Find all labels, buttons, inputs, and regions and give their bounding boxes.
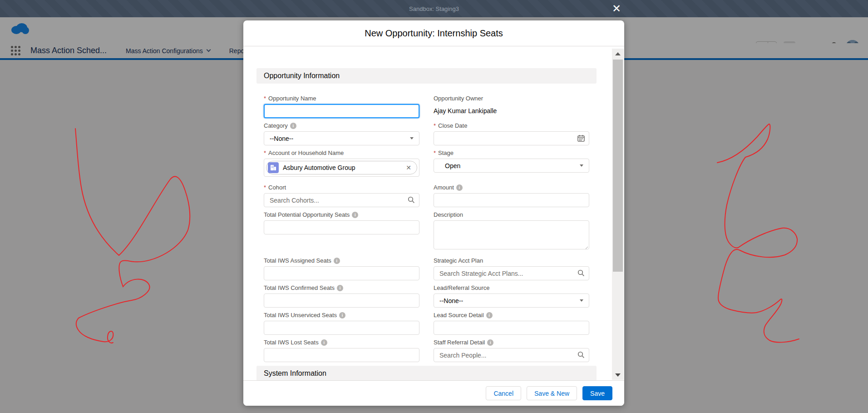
close-icon[interactable]: ✕ xyxy=(612,2,621,15)
section-opportunity-information: Opportunity Information xyxy=(256,68,597,84)
account-combobox[interactable]: Asbury Automotive Group ✕ xyxy=(264,159,419,177)
info-icon[interactable]: i xyxy=(321,339,327,346)
opportunity-name-input[interactable] xyxy=(264,104,419,118)
info-icon[interactable]: i xyxy=(487,339,493,346)
field-label: Total IWS Assigned Seats i xyxy=(264,257,419,264)
info-icon[interactable]: i xyxy=(290,123,296,129)
scroll-up-icon[interactable] xyxy=(612,49,624,59)
required-marker: * xyxy=(434,149,436,156)
select-caret-icon xyxy=(580,164,583,167)
info-icon[interactable]: i xyxy=(456,184,463,191)
scrollbar-thumb[interactable] xyxy=(613,60,623,272)
scroll-down-icon[interactable] xyxy=(612,370,624,380)
field-label: Opportunity Owner xyxy=(434,95,589,102)
field-label: Strategic Acct Plan xyxy=(434,257,589,264)
stage-select[interactable]: Open xyxy=(434,159,589,173)
field-label: * Close Date xyxy=(434,122,589,129)
search-icon xyxy=(577,269,585,279)
new-opportunity-modal: New Opportunity: Internship Seats Opport… xyxy=(243,20,624,406)
modal-header: New Opportunity: Internship Seats xyxy=(243,20,624,46)
sandbox-banner: Sandbox: Staging3 xyxy=(0,0,868,17)
cancel-button[interactable]: Cancel xyxy=(486,386,521,400)
field-label: Lead Source Detail i xyxy=(434,311,589,319)
lead-source-detail-input[interactable] xyxy=(434,321,589,335)
field-label: Total IWS Unserviced Seats i xyxy=(264,311,419,319)
strategic-acct-plan-search-input[interactable] xyxy=(434,266,589,280)
modal-scrollbar[interactable] xyxy=(612,49,624,380)
remove-pill-icon[interactable]: ✕ xyxy=(406,164,411,171)
search-icon xyxy=(408,196,415,205)
field-label: Category i xyxy=(264,122,419,129)
iws-assigned-seats-input[interactable] xyxy=(264,266,419,280)
field-label: Total IWS Lost Seats i xyxy=(264,338,419,346)
select-caret-icon xyxy=(410,137,414,139)
save-button[interactable]: Save xyxy=(582,386,612,400)
iws-confirmed-seats-input[interactable] xyxy=(264,294,419,308)
account-pill[interactable]: Asbury Automotive Group ✕ xyxy=(266,161,417,174)
field-label: Staff Referral Detail i xyxy=(434,338,589,346)
section-system-information: System Information xyxy=(256,366,597,380)
info-icon[interactable]: i xyxy=(334,258,340,264)
opportunity-owner-value: Ajay Kumar Lankipalle xyxy=(434,104,589,114)
search-icon xyxy=(577,351,585,360)
field-label: * Cohort xyxy=(264,184,419,191)
close-date-input[interactable] xyxy=(434,131,589,145)
modal-body: Opportunity Information * Opportunity Na… xyxy=(256,47,597,380)
category-select[interactable]: --None-- xyxy=(264,131,419,145)
info-icon[interactable]: i xyxy=(352,212,358,218)
save-and-new-button[interactable]: Save & New xyxy=(527,386,577,400)
field-label: * Stage xyxy=(434,149,589,157)
select-caret-icon xyxy=(580,299,583,302)
calendar-icon[interactable] xyxy=(577,134,585,144)
amount-input[interactable] xyxy=(434,193,589,207)
field-label: Total IWS Confirmed Seats i xyxy=(264,284,419,292)
lead-referral-source-select[interactable]: --None-- xyxy=(434,294,589,308)
modal-title: New Opportunity: Internship Seats xyxy=(365,28,503,39)
iws-lost-seats-input[interactable] xyxy=(264,348,419,362)
cohort-search-input[interactable] xyxy=(264,193,419,207)
info-icon[interactable]: i xyxy=(339,312,345,318)
account-icon xyxy=(268,162,279,173)
required-marker: * xyxy=(434,122,436,129)
iws-unserviced-seats-input[interactable] xyxy=(264,321,419,335)
staff-referral-search-input[interactable] xyxy=(434,348,589,362)
required-marker: * xyxy=(264,95,266,102)
required-marker: * xyxy=(264,149,266,156)
field-label: Total Potential Opportunity Seats i xyxy=(264,211,419,219)
required-marker: * xyxy=(264,184,266,191)
field-label: * Account or Household Name xyxy=(264,149,419,157)
field-label: Amount i xyxy=(434,184,589,191)
total-potential-seats-input[interactable] xyxy=(264,220,419,234)
sandbox-banner-label: Sandbox: Staging3 xyxy=(409,5,459,12)
account-pill-label: Asbury Automotive Group xyxy=(283,164,402,171)
field-label: Description xyxy=(434,211,589,219)
info-icon[interactable]: i xyxy=(486,312,493,318)
info-icon[interactable]: i xyxy=(337,285,343,291)
modal-footer: Cancel Save & New Save xyxy=(243,380,624,406)
description-textarea[interactable] xyxy=(434,220,589,249)
resize-grip-icon[interactable] xyxy=(584,245,588,249)
field-label: Lead/Referral Source xyxy=(434,284,589,292)
field-label: * Opportunity Name xyxy=(264,95,419,102)
